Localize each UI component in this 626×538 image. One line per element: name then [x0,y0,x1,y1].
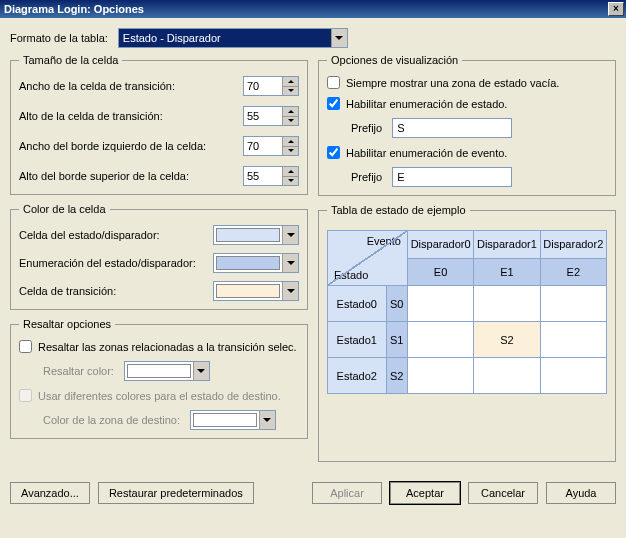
state-prefix-label: Prefijo [351,122,382,134]
chevron-down-icon[interactable] [282,254,298,272]
cell [540,322,606,358]
trans-height-label: Alto de la celda de transición: [19,110,243,122]
highlight-group: Resaltar opciones Resaltar las zonas rel… [10,318,308,439]
diff-colors-checkbox: Usar diferentes colores para el estado d… [19,389,281,402]
highlight-color-label: Resaltar color: [43,365,114,377]
swatch [216,228,280,242]
top-border-stepper[interactable] [243,166,299,186]
up-icon[interactable] [283,77,298,87]
cell [540,286,606,322]
row-header: Estado2 [328,358,387,394]
chevron-down-icon[interactable] [282,282,298,300]
left-border-label: Ancho del borde izquierdo de la celda: [19,140,243,152]
trans-width-label: Ancho de la celda de transición: [19,80,243,92]
row-num: S2 [386,358,407,394]
title-bar: Diagrama Login: Opciones × [0,0,626,18]
color-transition-picker[interactable] [213,281,299,301]
view-options-legend: Opciones de visualización [327,54,462,66]
color-transition-label: Celda de transición: [19,285,213,297]
color-state-trigger-label: Celda del estado/disparador: [19,229,213,241]
enable-event-enum-label: Habilitar enumeración de evento. [346,147,507,159]
cell-size-legend: Tamaño de la celda [19,54,122,66]
top-border-label: Alto del borde superior de la celda: [19,170,243,182]
down-icon[interactable] [283,117,298,126]
sample-table-group: Tabla de estado de ejemplo Evento Estado… [318,204,616,462]
table-format-value: Estado - Disparador [119,29,331,47]
chevron-down-icon [193,362,209,380]
diff-colors-label: Usar diferentes colores para el estado d… [38,390,281,402]
always-empty-checkbox[interactable]: Siempre mostrar una zona de estado vacía… [327,76,559,89]
left-border-input[interactable] [244,137,282,155]
left-border-stepper[interactable] [243,136,299,156]
col-num: E1 [474,258,540,286]
checkbox[interactable] [19,340,32,353]
down-icon[interactable] [283,177,298,186]
row-num: S1 [386,322,407,358]
advanced-button[interactable]: Avanzado... [10,482,90,504]
close-icon[interactable]: × [608,2,624,16]
apply-button[interactable]: Aplicar [312,482,382,504]
view-options-group: Opciones de visualización Siempre mostra… [318,54,616,196]
swatch [216,284,280,298]
button-bar: Avanzado... Restaurar predeterminados Ap… [0,476,626,514]
cell-color-group: Color de la celda Celda del estado/dispa… [10,203,308,310]
cancel-button[interactable]: Cancelar [468,482,538,504]
col-num: E2 [540,258,606,286]
cell-size-group: Tamaño de la celda Ancho de la celda de … [10,54,308,195]
cell [407,286,473,322]
col-header: Disparador2 [540,231,606,259]
diag-header: Evento Estado [328,231,408,286]
up-icon[interactable] [283,107,298,117]
sample-table: Evento Estado Disparador0 Disparador1 Di… [327,230,607,394]
color-enum-label: Enumeración del estado/disparador: [19,257,213,269]
state-prefix-input[interactable] [392,118,512,138]
row-num: S0 [386,286,407,322]
cell [474,286,540,322]
cell [474,358,540,394]
top-border-input[interactable] [244,167,282,185]
enable-event-enum-checkbox[interactable]: Habilitar enumeración de evento. [327,146,507,159]
down-icon[interactable] [283,87,298,96]
checkbox[interactable] [327,76,340,89]
trans-width-stepper[interactable] [243,76,299,96]
color-state-trigger-picker[interactable] [213,225,299,245]
trans-width-input[interactable] [244,77,282,95]
event-prefix-input[interactable] [392,167,512,187]
checkbox[interactable] [327,146,340,159]
down-icon[interactable] [283,147,298,156]
up-icon[interactable] [283,137,298,147]
chevron-down-icon[interactable] [282,226,298,244]
ok-button[interactable]: Aceptar [390,482,460,504]
event-prefix-label: Prefijo [351,171,382,183]
swatch [193,413,257,427]
col-header: Disparador1 [474,231,540,259]
state-axis-label: Estado [334,269,368,281]
swatch [127,364,191,378]
row-header: Estado1 [328,322,387,358]
trans-height-stepper[interactable] [243,106,299,126]
col-header: Disparador0 [407,231,473,259]
checkbox[interactable] [327,97,340,110]
cell-color-legend: Color de la celda [19,203,110,215]
checkbox [19,389,32,402]
dest-color-label: Color de la zona de destino: [43,414,180,426]
table-format-select[interactable]: Estado - Disparador [118,28,348,48]
highlight-related-checkbox[interactable]: Resaltar las zonas relacionadas a la tra… [19,340,297,353]
event-axis-label: Evento [367,235,401,247]
cell [407,358,473,394]
enable-state-enum-label: Habilitar enumeración de estado. [346,98,507,110]
color-enum-picker[interactable] [213,253,299,273]
enable-state-enum-checkbox[interactable]: Habilitar enumeración de estado. [327,97,507,110]
sample-table-legend: Tabla de estado de ejemplo [327,204,470,216]
trans-height-input[interactable] [244,107,282,125]
restore-defaults-button[interactable]: Restaurar predeterminados [98,482,254,504]
col-num: E0 [407,258,473,286]
chevron-down-icon[interactable] [331,29,347,47]
help-button[interactable]: Ayuda [546,482,616,504]
cell [540,358,606,394]
table-format-label: Formato de la tabla: [10,32,108,44]
chevron-down-icon [259,411,275,429]
up-icon[interactable] [283,167,298,177]
swatch [216,256,280,270]
row-header: Estado0 [328,286,387,322]
